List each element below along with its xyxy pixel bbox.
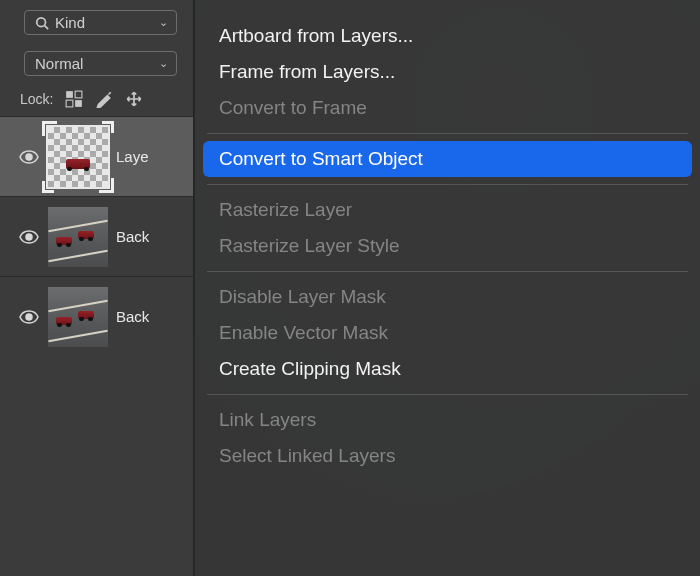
layer-context-menu: Artboard from Layers... Frame from Layer… <box>194 0 700 576</box>
menu-convert-to-frame: Convert to Frame <box>195 90 700 126</box>
svg-rect-3 <box>76 91 83 98</box>
menu-separator <box>207 184 688 185</box>
layer-row[interactable]: Back <box>0 276 193 356</box>
menu-frame-from-layers[interactable]: Frame from Layers... <box>195 54 700 90</box>
menu-rasterize-layer-style: Rasterize Layer Style <box>195 228 700 264</box>
visibility-toggle[interactable] <box>18 230 40 244</box>
svg-line-1 <box>45 25 49 29</box>
layer-name: Back <box>116 308 149 325</box>
chevron-down-icon: ⌄ <box>159 16 168 29</box>
visibility-toggle[interactable] <box>18 310 40 324</box>
blend-mode-row: Normal ⌄ <box>0 45 193 82</box>
layers-filter-row: Kind ⌄ <box>0 0 193 45</box>
svg-rect-5 <box>76 100 83 107</box>
svg-rect-2 <box>67 91 74 98</box>
menu-separator <box>207 271 688 272</box>
svg-point-8 <box>26 314 32 320</box>
lock-brush-icon[interactable] <box>95 90 113 108</box>
visibility-toggle[interactable] <box>18 150 40 164</box>
filter-label: Kind <box>55 14 85 31</box>
layer-thumbnail[interactable] <box>48 207 108 267</box>
menu-rasterize-layer: Rasterize Layer <box>195 192 700 228</box>
lock-row: Lock: <box>0 82 193 116</box>
menu-separator <box>207 133 688 134</box>
menu-enable-vector-mask: Enable Vector Mask <box>195 315 700 351</box>
menu-disable-layer-mask: Disable Layer Mask <box>195 279 700 315</box>
layers-panel: Kind ⌄ Normal ⌄ Lock: <box>0 0 194 576</box>
layers-filter-dropdown[interactable]: Kind ⌄ <box>24 10 177 35</box>
layer-row[interactable]: Laye <box>0 116 193 196</box>
layer-thumbnail[interactable] <box>48 127 108 187</box>
layer-list: Laye Back <box>0 116 193 356</box>
chevron-down-icon: ⌄ <box>159 57 168 70</box>
menu-artboard-from-layers[interactable]: Artboard from Layers... <box>195 18 700 54</box>
layer-row[interactable]: Back <box>0 196 193 276</box>
svg-point-6 <box>26 154 32 160</box>
menu-separator <box>207 394 688 395</box>
layer-thumbnail[interactable] <box>48 287 108 347</box>
search-icon <box>35 16 49 30</box>
svg-rect-4 <box>67 100 74 107</box>
lock-label: Lock: <box>20 91 53 107</box>
blend-mode-value: Normal <box>35 55 83 72</box>
menu-convert-to-smart-object[interactable]: Convert to Smart Object <box>203 141 692 177</box>
lock-position-icon[interactable] <box>125 90 143 108</box>
menu-select-linked-layers: Select Linked Layers <box>195 438 700 474</box>
menu-create-clipping-mask[interactable]: Create Clipping Mask <box>195 351 700 387</box>
blend-mode-dropdown[interactable]: Normal ⌄ <box>24 51 177 76</box>
menu-link-layers: Link Layers <box>195 402 700 438</box>
lock-transparent-icon[interactable] <box>65 90 83 108</box>
layer-name: Back <box>116 228 149 245</box>
svg-point-7 <box>26 234 32 240</box>
svg-point-0 <box>37 17 46 26</box>
layer-name: Laye <box>116 148 149 165</box>
